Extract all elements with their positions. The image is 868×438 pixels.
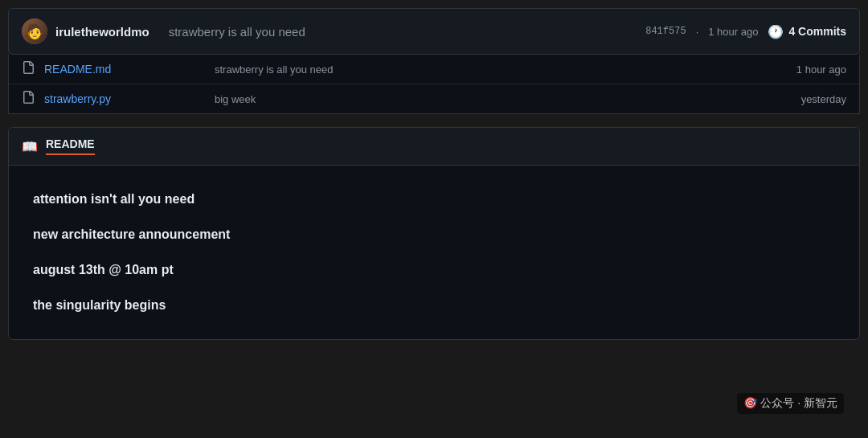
readme-header: 📖 README xyxy=(9,128,859,166)
readme-section: 📖 README attention isn't all you neednew… xyxy=(8,127,860,340)
commits-label: 4 Commits xyxy=(788,25,846,38)
file-icon xyxy=(22,61,35,77)
readme-line: attention isn't all you need xyxy=(33,182,835,217)
commit-hash: 841f575 xyxy=(645,26,686,37)
file-name[interactable]: strawberry.py xyxy=(44,92,205,105)
avatar-image: 🧑 xyxy=(22,18,47,44)
commit-time: 1 hour ago xyxy=(708,26,758,38)
table-row: strawberry.py big week yesterday xyxy=(9,84,859,113)
avatar-icon: 🧑 xyxy=(26,23,43,40)
table-row: README.md strawberry is all you need 1 h… xyxy=(9,55,859,84)
readme-line: the singularity begins xyxy=(33,288,835,323)
readme-title: README xyxy=(46,137,95,155)
commits-button[interactable]: 🕐 4 Commits xyxy=(768,24,846,39)
file-icon xyxy=(22,91,35,107)
watermark: 🎯 公众号 · 新智元 xyxy=(737,393,844,414)
repo-header-left: 🧑 iruletheworldmo strawberry is all you … xyxy=(22,18,305,44)
file-name[interactable]: README.md xyxy=(44,63,205,76)
file-time: yesterday xyxy=(801,93,846,105)
readme-content: attention isn't all you neednew architec… xyxy=(9,166,859,339)
file-table: README.md strawberry is all you need 1 h… xyxy=(8,55,860,114)
dot-separator: · xyxy=(696,26,699,38)
repo-header-right: 841f575 · 1 hour ago 🕐 4 Commits xyxy=(645,24,846,39)
repo-owner[interactable]: iruletheworldmo xyxy=(55,25,149,39)
main-container: 🧑 iruletheworldmo strawberry is all you … xyxy=(8,0,860,348)
avatar: 🧑 xyxy=(22,18,47,44)
book-icon: 📖 xyxy=(22,139,38,154)
history-icon: 🕐 xyxy=(768,24,784,39)
file-commit-message: strawberry is all you need xyxy=(215,63,787,76)
repo-header: 🧑 iruletheworldmo strawberry is all you … xyxy=(8,8,860,55)
repo-description: strawberry is all you need xyxy=(169,25,305,39)
file-commit-message: big week xyxy=(215,93,792,105)
readme-line: august 13th @ 10am pt xyxy=(33,252,835,288)
file-time: 1 hour ago xyxy=(796,63,846,76)
readme-line: new architecture announcement xyxy=(33,217,835,252)
